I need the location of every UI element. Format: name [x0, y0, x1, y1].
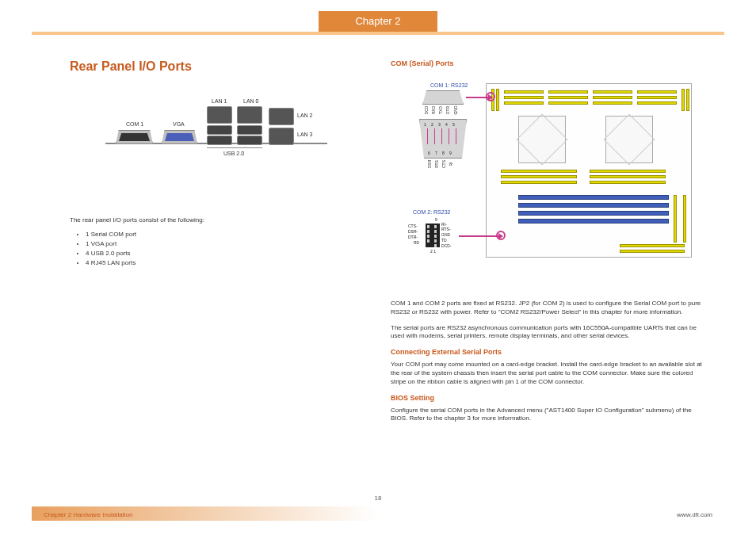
port-usb1	[207, 125, 232, 135]
target-com2	[496, 231, 506, 240]
paragraph-2: The serial ports are RS232 asynchronous …	[391, 324, 708, 342]
page-number: 18	[0, 495, 756, 502]
pin-7: 7	[435, 151, 437, 155]
usb-bracket	[207, 147, 262, 148]
pin-1: 1	[424, 122, 426, 127]
header-divider	[32, 32, 724, 35]
list-item: 1 VGA port	[86, 239, 363, 249]
com2-pin-9: 9	[435, 217, 437, 222]
port-vga	[162, 130, 197, 144]
port-lan0	[237, 106, 262, 124]
port-com1	[116, 130, 153, 144]
label-lan3: LAN 3	[297, 132, 312, 137]
list-item: 1 Serial COM port	[86, 230, 363, 239]
bullet-list: 1 Serial COM port 1 VGA port 4 USB 2.0 p…	[70, 230, 363, 268]
pin-name-dcd: DCD	[424, 106, 429, 115]
pin-6: 6	[428, 151, 430, 155]
label-com2-rs232: COM 2: RS232	[413, 209, 450, 215]
pin-name-ri: RI	[449, 162, 453, 166]
com2-td: TD	[441, 238, 447, 243]
label-lan1: LAN 1	[212, 98, 227, 104]
pin-5: 5	[452, 122, 455, 127]
com2-dtr: DTR-	[408, 235, 418, 239]
subheading-connecting: Connecting External Serial Ports	[391, 348, 708, 356]
pin-2: 2	[431, 122, 433, 127]
com2-cts: CTS-	[408, 224, 418, 228]
pin-line	[434, 128, 435, 144]
paragraph-4: Configure the serial COM ports in the Ad…	[391, 407, 708, 424]
com2-dsr: DSR-	[408, 229, 418, 234]
subheading-com-serial: COM (Serial) Ports	[391, 59, 708, 67]
com2-rd: RD	[414, 240, 419, 245]
pin-name-rts: RTS	[434, 160, 439, 168]
pin-8: 8	[442, 151, 445, 155]
list-item: 4 USB 2.0 ports	[86, 249, 363, 258]
pin-name-cts: CTS	[441, 160, 446, 168]
port-lan1	[207, 106, 232, 124]
footer-bar	[32, 506, 724, 521]
port-usb2	[207, 136, 232, 145]
page-title: Rear Panel I/O Ports	[70, 59, 363, 74]
list-item: 4 RJ45 LAN ports	[86, 258, 363, 268]
com2-dcd: DCD-	[441, 243, 452, 248]
pin-name-rxd: RXD	[431, 106, 436, 115]
arrow-com2	[459, 235, 498, 237]
bullet-intro: The rear panel I/O ports consist of the …	[70, 216, 363, 224]
port-usb4	[237, 136, 262, 145]
pin-3: 3	[438, 122, 441, 127]
label-com1-rs232: COM 1: RS232	[430, 82, 468, 88]
rear-panel-diagram: COM 1 VGA LAN 1 LAN 0 LAN 2 LAN 3 USB 2.…	[105, 94, 327, 197]
com2-header	[426, 224, 440, 247]
chapter-tab: Chapter 2	[319, 11, 437, 32]
com1-connector	[422, 90, 464, 105]
pin-4: 4	[445, 122, 448, 127]
com2-pin-21: 2 1	[430, 249, 436, 254]
paragraph-3: Your COM port may come mounted on a card…	[391, 361, 708, 386]
pin-name-txd: TXD	[438, 106, 443, 114]
label-lan2: LAN 2	[297, 113, 312, 118]
target-com1	[486, 92, 495, 101]
pin-name-dsr: DSR	[427, 160, 432, 169]
pin-line	[427, 128, 428, 144]
pin-line	[456, 128, 456, 144]
pin-line	[449, 128, 449, 144]
footer-url: www.dfi.com	[677, 511, 712, 518]
arrow-com1	[466, 97, 488, 98]
port-lan3	[269, 128, 294, 145]
motherboard-outline	[486, 83, 692, 258]
left-column: Rear Panel I/O Ports COM 1 VGA LAN 1 LAN…	[70, 59, 363, 268]
paragraph-1: COM 1 and COM 2 ports are fixed at RS232…	[391, 300, 708, 317]
label-lan0: LAN 0	[243, 98, 258, 104]
pin-name-dtr: DTR	[445, 106, 450, 114]
pin-9: 9	[449, 151, 452, 155]
pin-line	[441, 128, 442, 144]
label-vga: VGA	[173, 121, 185, 127]
subheading-bios: BIOS Setting	[391, 394, 708, 402]
label-usb20: USB 2.0	[223, 151, 244, 156]
label-com1: COM 1	[126, 121, 143, 127]
right-column: COM (Serial) Ports	[391, 59, 708, 430]
footer-chapter: Chapter 2 Hardware Installation	[44, 511, 133, 518]
com2-gnd: GND	[441, 232, 450, 237]
com2-rts: RTS-	[441, 227, 451, 231]
port-lan2	[269, 108, 294, 125]
motherboard-diagram: COM 1: RS232 DCD RXD TXD DTR GND 1 2 3 4…	[391, 79, 692, 285]
pin-name-gnd: GND	[453, 105, 458, 114]
port-usb3	[237, 125, 262, 135]
